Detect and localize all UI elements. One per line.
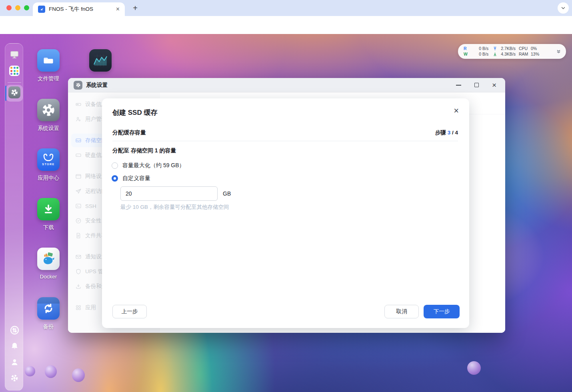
app-label: 下载 <box>24 224 72 231</box>
system-settings-window: 系统设置 × 设备信息 用户管理 <box>68 78 505 333</box>
dock-transfer-button[interactable] <box>8 324 21 336</box>
dock-settings-button[interactable] <box>8 372 21 384</box>
browser-tab[interactable]: FNOS - 飞牛 fnOS × <box>33 2 125 16</box>
resource-monitor-icon <box>89 49 112 72</box>
dialog-divider <box>112 141 458 141</box>
option-max-label: 容量最大化（约 59 GB） <box>122 162 185 169</box>
radio-selected-icon[interactable] <box>112 175 118 182</box>
option-custom-label: 自定义容量 <box>122 175 150 182</box>
desktop-app-monitor[interactable] <box>76 49 124 72</box>
browser-toolbar: 不安全 192.168.9.196:5666 ☆ 有新版 Chrome 可用 <box>0 16 572 34</box>
minimize-icon[interactable] <box>456 85 461 86</box>
tab-close-icon[interactable]: × <box>115 6 121 13</box>
window-title: 系统设置 <box>86 82 108 89</box>
desktop-app-backup[interactable]: 备份 <box>24 297 72 330</box>
close-icon[interactable]: × <box>492 81 496 89</box>
step-total: / 4 <box>450 130 458 136</box>
dock-divider <box>8 82 21 83</box>
system-settings-icon <box>37 99 60 121</box>
read-unit: B/s <box>481 46 492 51</box>
read-value: 0 <box>469 46 481 51</box>
cpu-value: 0% <box>531 46 543 51</box>
macos-minimize-button[interactable] <box>15 5 20 10</box>
window-gear-icon <box>74 81 82 90</box>
next-button[interactable]: 下一步 <box>424 305 460 318</box>
desktop-app-docker[interactable]: Docker <box>24 248 72 280</box>
dialog-section-title: 分配缓存容量 <box>112 129 146 136</box>
system-stats-widget[interactable]: R 0 B/s 2.7KB/s CPU 0% W 0 B/s <box>458 44 566 59</box>
wallpaper-bubble <box>467 361 481 375</box>
gear-icon <box>8 86 20 98</box>
stats-collapse-icon[interactable] <box>554 48 563 54</box>
app-label: 备份 <box>24 323 72 330</box>
capacity-input[interactable] <box>120 186 218 201</box>
app-center-icon: STORE <box>37 148 60 171</box>
cpu-label: CPU <box>519 46 531 51</box>
option-custom-capacity[interactable]: 自定义容量 <box>112 175 150 182</box>
ram-label: RAM <box>519 52 531 57</box>
create-ssd-cache-dialog: 创建 SSD 缓存 × 分配缓存容量 步骤 3 / 4 分配至 存储空间 1 的… <box>102 98 469 328</box>
ram-value: 13% <box>531 52 543 57</box>
wallpaper-bubble <box>45 365 57 378</box>
new-tab-button[interactable]: + <box>130 3 140 13</box>
desktop-app-store[interactable]: STORE 应用中心 <box>24 148 72 182</box>
write-value: 0 <box>469 52 481 57</box>
back-button[interactable]: 上一步 <box>112 305 147 318</box>
download-arrow-icon <box>492 52 498 56</box>
desktop-app-files[interactable]: 文件管理 <box>24 49 72 82</box>
maximize-icon[interactable] <box>474 83 479 87</box>
tab-search-chevron-icon[interactable] <box>558 2 569 14</box>
option-max-capacity[interactable]: 容量最大化（约 59 GB） <box>112 162 185 169</box>
dock-system-settings-button[interactable] <box>8 86 21 99</box>
dock-notifications-button[interactable] <box>8 340 21 352</box>
upload-speed: 2.7KB/s <box>498 46 519 51</box>
app-label: 文件管理 <box>24 75 72 82</box>
tab-strip: FNOS - 飞牛 fnOS × + <box>0 0 572 16</box>
cancel-button[interactable]: 取消 <box>384 305 419 318</box>
window-controls: × <box>456 81 500 89</box>
stats-write-row: W 0 B/s 4.3KB/s RAM 13% <box>464 52 554 57</box>
dock <box>5 43 23 391</box>
download-speed: 4.3KB/s <box>498 52 519 57</box>
app-label: 系统设置 <box>24 125 72 132</box>
dialog-title: 创建 SSD 缓存 <box>112 108 157 117</box>
file-manager-icon <box>37 49 60 72</box>
dialog-step-indicator: 步骤 3 / 4 <box>435 129 458 136</box>
app-label: Docker <box>24 274 72 280</box>
stats-rows: R 0 B/s 2.7KB/s CPU 0% W 0 B/s <box>464 46 554 57</box>
dock-user-button[interactable] <box>8 356 21 368</box>
dialog-subsection-title: 分配至 存储空间 1 的容量 <box>112 147 176 154</box>
desktop-app-settings[interactable]: 系统设置 <box>24 99 72 132</box>
capacity-unit: GB <box>223 190 231 197</box>
browser-window: FNOS - 飞牛 fnOS × + 不安全 192.168.9.196:566… <box>0 0 572 392</box>
wallpaper-bubble <box>25 366 35 376</box>
read-label: R <box>464 46 469 51</box>
tab-title: FNOS - 飞牛 fnOS <box>49 6 115 13</box>
dock-app-grid-button[interactable] <box>8 64 21 77</box>
dock-active-indicator <box>5 86 6 101</box>
write-unit: B/s <box>481 52 492 57</box>
app-grid-icon <box>9 66 20 76</box>
desktop-app-download[interactable]: 下载 <box>24 198 72 231</box>
backup-icon <box>37 297 60 320</box>
dialog-close-icon[interactable]: × <box>454 106 459 115</box>
dock-desktop-button[interactable] <box>8 48 21 61</box>
capacity-hint: 最少 10 GB，剩余容量可分配至其他存储空间 <box>120 204 229 211</box>
app-label: 应用中心 <box>24 174 72 182</box>
store-badge-text: STORE <box>42 163 55 166</box>
stats-read-row: R 0 B/s 2.7KB/s CPU 0% <box>464 46 554 51</box>
fnos-favicon-icon <box>38 6 45 13</box>
download-icon <box>37 198 60 220</box>
macos-close-button[interactable] <box>6 5 12 10</box>
window-body: 设备信息 用户管理 存储空间 硬盘信息 <box>68 92 505 333</box>
window-titlebar[interactable]: 系统设置 × <box>68 78 505 92</box>
macos-zoom-button[interactable] <box>24 5 29 10</box>
write-label: W <box>464 52 469 57</box>
docker-icon <box>37 248 60 270</box>
wallpaper-bubble <box>72 368 85 382</box>
radio-unselected-icon[interactable] <box>112 162 118 169</box>
fnos-desktop: 文件管理 系统设置 STORE <box>0 34 572 392</box>
upload-arrow-icon <box>492 46 498 51</box>
